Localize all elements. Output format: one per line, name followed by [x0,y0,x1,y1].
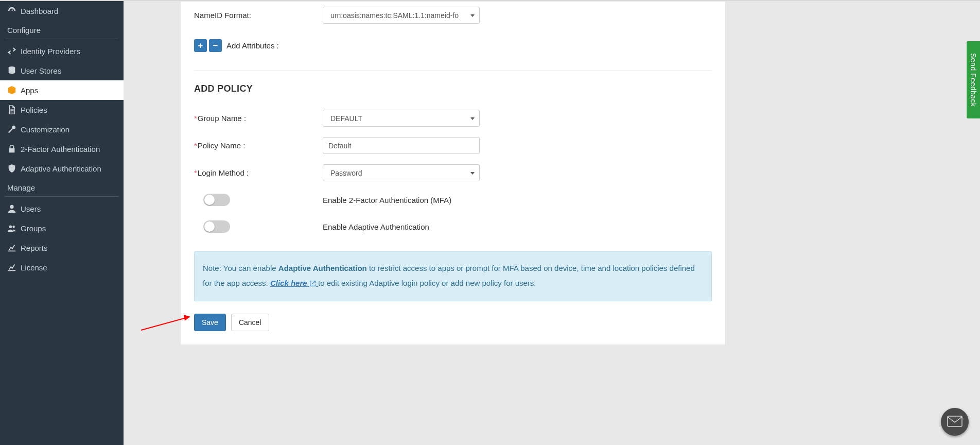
adaptive-toggle-row: Enable Adaptive Authentication [194,213,712,240]
svg-rect-6 [948,416,962,426]
adaptive-toggle-label: Enable Adaptive Authentication [323,222,429,231]
sidebar-item-label: Users [21,204,41,213]
nameid-select[interactable]: urn:oasis:names:tc:SAML:1.1:nameid-fo [323,7,480,24]
sidebar: DashboardConfigureIdentity ProvidersUser… [0,1,124,445]
info-link[interactable]: Click here [270,279,318,287]
sidebar-section: Configure [0,21,124,39]
user-icon [7,204,21,213]
sidebar-item-label: User Stores [21,66,61,75]
svg-line-4 [141,317,190,330]
sidebar-item-label: Adaptive Authentication [21,164,101,173]
exchange-icon [7,46,21,56]
nameid-label: NameID Format: [194,11,323,20]
info-text-1: Note: You can enable [203,264,278,272]
add-attribute-minus-button[interactable]: − [209,39,222,52]
sidebar-item-user-stores[interactable]: User Stores [0,61,124,80]
mail-bubble-button[interactable] [941,408,969,436]
svg-point-1 [10,205,13,209]
sidebar-item-label: License [21,263,47,272]
cancel-button[interactable]: Cancel [231,314,269,331]
sidebar-item-dashboard[interactable]: Dashboard [0,1,124,21]
sidebar-divider [5,39,118,39]
add-attribute-plus-button[interactable]: + [194,39,207,52]
chart-icon [7,243,21,252]
database-icon [7,66,21,75]
users-icon [7,224,21,233]
cube-icon [7,85,21,95]
sidebar-item-2-factor-authentication[interactable]: 2-Factor Authentication [0,139,124,159]
divider [194,70,712,71]
sidebar-item-users[interactable]: Users [0,199,124,218]
login-method-select[interactable]: Password [323,164,480,181]
red-arrow-annotation [138,310,198,334]
svg-point-2 [9,226,12,228]
wrench-icon [7,125,21,134]
login-method-label: *Login Method : [194,168,323,177]
sidebar-item-label: Groups [21,224,46,233]
main-content: NameID Format: urn:oasis:names:tc:SAML:1… [124,1,980,445]
sidebar-item-label: Identity Providers [21,47,80,56]
save-button[interactable]: Save [194,314,226,331]
info-box: Note: You can enable Adaptive Authentica… [194,251,712,301]
login-method-row: *Login Method : Password [194,159,712,186]
adaptive-toggle[interactable] [203,220,230,233]
sidebar-item-reports[interactable]: Reports [0,238,124,258]
sidebar-item-groups[interactable]: Groups [0,218,124,238]
add-attributes-row: + − Add Attributes : [194,29,712,57]
sidebar-item-label: 2-Factor Authentication [21,145,100,153]
group-select[interactable]: DEFAULT [323,110,480,127]
mfa-toggle-label: Enable 2-Factor Authentication (MFA) [323,196,451,204]
group-label: *Group Name : [194,114,323,123]
sidebar-item-customization[interactable]: Customization [0,119,124,139]
sidebar-item-label: Customization [21,125,69,134]
group-row: *Group Name : DEFAULT [194,105,712,132]
policy-input[interactable] [323,137,480,154]
add-attributes-label: Add Attributes : [226,41,279,50]
send-feedback-tab[interactable]: Send Feedback [967,41,980,118]
file-icon [7,105,21,114]
info-text-3: to edit existing Adaptive login policy o… [318,279,536,287]
sidebar-item-adaptive-authentication[interactable]: Adaptive Authentication [0,159,124,178]
policy-row: *Policy Name : [194,132,712,159]
shield-icon [7,164,21,173]
panel: NameID Format: urn:oasis:names:tc:SAML:1… [180,1,726,345]
section-title: ADD POLICY [194,83,712,94]
external-link-icon [309,277,316,292]
sidebar-item-identity-providers[interactable]: Identity Providers [0,41,124,61]
dashboard-icon [7,6,21,15]
sidebar-section: Manage [0,178,124,196]
lock-icon [7,144,21,153]
sidebar-item-apps[interactable]: Apps [0,80,124,100]
chart-icon [7,263,21,272]
nameid-row: NameID Format: urn:oasis:names:tc:SAML:1… [194,2,712,29]
actions: Save Cancel [194,314,712,331]
sidebar-item-policies[interactable]: Policies [0,100,124,119]
sidebar-divider [5,196,118,197]
mail-icon [947,416,962,429]
policy-label: *Policy Name : [194,141,323,150]
svg-marker-5 [184,315,190,321]
sidebar-item-license[interactable]: License [0,258,124,277]
mfa-toggle[interactable] [203,194,230,206]
sidebar-item-label: Dashboard [21,7,58,15]
mfa-toggle-row: Enable 2-Factor Authentication (MFA) [194,186,712,213]
info-strong: Adaptive Authentication [278,264,367,272]
sidebar-item-label: Reports [21,244,48,252]
sidebar-item-label: Apps [21,86,38,95]
svg-point-3 [12,226,15,228]
sidebar-item-label: Policies [21,106,47,114]
